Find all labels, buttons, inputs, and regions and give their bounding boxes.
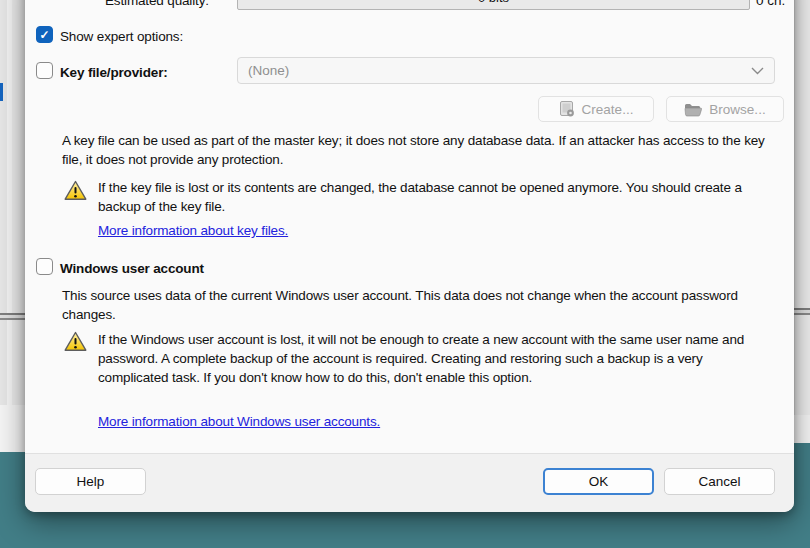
quality-chars-value: 0 ch.	[756, 0, 785, 8]
cancel-button[interactable]: Cancel	[664, 468, 775, 495]
desktop: Estimated quality: 0 bits 0 ch. ✓ Show e…	[0, 0, 810, 548]
show-expert-options-label[interactable]: Show expert options:	[60, 27, 183, 46]
windows-account-description: This source uses data of the current Win…	[62, 286, 776, 324]
background-accent-fleck	[0, 83, 3, 101]
windows-account-checkbox[interactable]	[36, 258, 53, 275]
dialog-footer: Help OK Cancel	[25, 453, 794, 512]
background-window-right-edge	[794, 0, 810, 443]
key-file-label[interactable]: Key file/provider:	[60, 63, 168, 82]
windows-account-warning: If the Windows user account is lost, it …	[98, 330, 776, 387]
warning-icon	[64, 180, 87, 201]
new-file-gear-icon	[559, 101, 575, 117]
background-window-left-edge	[0, 0, 25, 452]
warning-icon	[64, 331, 87, 352]
master-key-dialog: Estimated quality: 0 bits 0 ch. ✓ Show e…	[25, 0, 794, 512]
create-key-file-button[interactable]: Create...	[538, 96, 654, 122]
key-file-warning: If the key file is lost or its contents …	[98, 178, 776, 216]
key-file-dropdown[interactable]: (None)	[237, 57, 775, 84]
windows-account-info-link[interactable]: More information about Windows user acco…	[98, 414, 380, 429]
windows-account-label[interactable]: Windows user account	[60, 259, 204, 278]
background-window-right-statusbar	[794, 415, 810, 443]
key-file-description: A key file can be used as part of the ma…	[62, 131, 776, 169]
browse-key-file-button[interactable]: Browse...	[666, 96, 784, 122]
create-button-label: Create...	[582, 102, 634, 117]
quality-bits-value: 0 bits	[478, 0, 509, 5]
quality-progress-bar: 0 bits	[237, 0, 750, 10]
background-window-left-divider	[0, 313, 25, 320]
estimated-quality-label: Estimated quality:	[105, 0, 209, 8]
key-file-dropdown-value: (None)	[248, 63, 751, 78]
key-file-checkbox[interactable]	[36, 62, 53, 79]
check-icon: ✓	[39, 29, 49, 41]
key-file-info-link[interactable]: More information about key files.	[98, 223, 288, 238]
ok-button[interactable]: OK	[543, 468, 654, 495]
background-window-left-statusbar	[0, 405, 25, 452]
show-expert-options-checkbox[interactable]: ✓	[36, 26, 53, 43]
browse-button-label: Browse...	[709, 102, 765, 117]
chevron-down-icon	[751, 67, 764, 75]
background-window-right-divider	[794, 308, 810, 315]
help-button[interactable]: Help	[35, 468, 146, 495]
folder-icon	[684, 102, 702, 117]
